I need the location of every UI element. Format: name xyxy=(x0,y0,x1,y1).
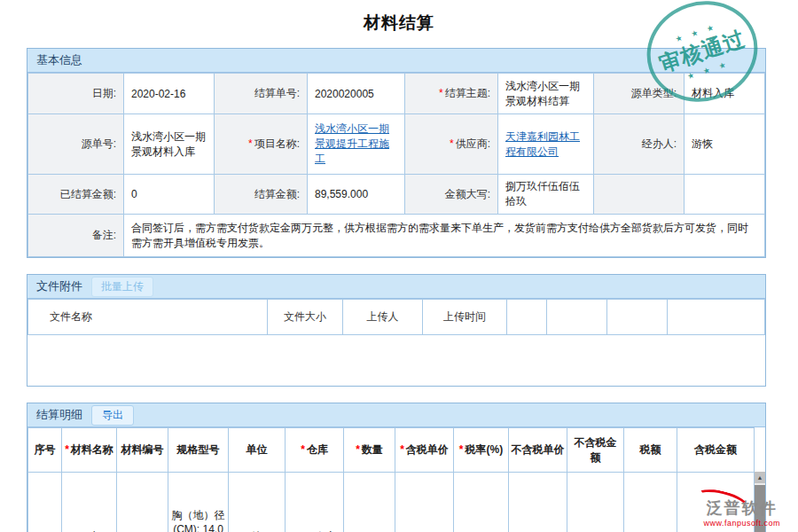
col-header-material-name: *材料名称 xyxy=(62,428,117,473)
required-marker: * xyxy=(400,443,404,456)
batch-upload-button[interactable]: 批量上传 xyxy=(91,277,153,297)
settlement-detail-title: 结算明细 xyxy=(36,407,82,423)
attachments-table: 文件名称 文件大小 上传人 上传时间 xyxy=(27,299,765,335)
attach-col-filesize: 文件大小 xyxy=(268,300,343,335)
cell-spec: 胸（地）径(CM): 14.0 高度(M): 5.0 冠幅(M* xyxy=(168,473,229,532)
field-value-remark: 合同签订后，需方需支付货款定金两万元整，供方根据需方的需求量来下单生产，发货前需… xyxy=(124,215,765,257)
field-value-amount-words: 捌万玖仟伍佰伍拾玖 xyxy=(498,175,594,215)
col-header-tax-amount: 税额 xyxy=(624,428,677,473)
col-header-unit: 单位 xyxy=(229,428,286,473)
col-header-quantity: *数量 xyxy=(344,428,395,473)
cell-warehouse: 一号仓库 xyxy=(286,473,344,532)
field-value-settle-amount: 89,559.000 xyxy=(308,175,405,215)
basic-info-title: 基本信息 xyxy=(36,52,82,68)
settlement-detail-header: 结算明细 导出 xyxy=(27,403,765,427)
required-marker: * xyxy=(248,137,253,150)
field-label-settle-subject: *结算主题: xyxy=(405,74,498,114)
col-header-material-code: 材料编号 xyxy=(117,428,168,473)
basic-info-header: 基本信息 xyxy=(27,49,765,73)
field-value-source-no: 浅水湾小区一期景观材料入库 xyxy=(124,114,215,175)
col-header-spec: 规格型号 xyxy=(168,428,229,473)
vendor-logo-name: 泛普软件 xyxy=(703,497,780,519)
field-label-settle-amount: 结算金额: xyxy=(215,175,308,215)
col-header-total-with-tax: 含税金额 xyxy=(677,428,755,473)
attachments-header: 文件附件 批量上传 xyxy=(27,275,765,299)
col-header-warehouse: *仓库 xyxy=(286,428,344,473)
attach-col-empty xyxy=(547,300,607,335)
cell-no-tax-amount: 810.26 xyxy=(567,473,624,532)
attach-col-empty xyxy=(607,300,668,335)
detail-table-row: 1 稠李 胸（地）径(CM): 14.0 高度(M): 5.0 冠幅(M* 株 … xyxy=(28,473,755,532)
field-value-handler: 游恢 xyxy=(685,114,765,175)
basic-info-section: 基本信息 日期: 2020-02-16 结算单号: 2020020005 *结算… xyxy=(27,48,766,258)
vendor-logo: 泛普软件 www.fanpusoft.com xyxy=(703,497,780,528)
cell-tax-amount xyxy=(624,473,677,532)
attach-col-uploadtime: 上传时间 xyxy=(423,300,507,335)
attach-col-filename: 文件名称 xyxy=(28,300,268,335)
field-value-source-type: 材料入库 xyxy=(685,74,765,114)
page-title: 材料结算 xyxy=(0,0,798,48)
field-value-project-name: 浅水湾小区一期景观提升工程施工 xyxy=(308,114,405,175)
field-value-settle-subject: 浅水湾小区一期景观材料结算 xyxy=(498,74,594,114)
basic-info-table: 日期: 2020-02-16 结算单号: 2020020005 *结算主题: 浅… xyxy=(27,73,765,257)
cell-quantity: 12.00 xyxy=(344,473,395,532)
field-label-settled-amount: 已结算金额: xyxy=(28,175,124,215)
settlement-detail-table: 序号 *材料名称 材料编号 规格型号 单位 *仓库 *数量 *含税单价 *税率(… xyxy=(27,427,755,532)
attachments-title: 文件附件 xyxy=(36,278,82,294)
field-value-date: 2020-02-16 xyxy=(124,74,215,114)
field-value-settled-amount: 0 xyxy=(124,175,215,215)
required-marker: * xyxy=(450,137,454,150)
cell-material-code xyxy=(117,473,168,532)
field-label-settle-no: 结算单号: xyxy=(215,74,308,114)
attachments-section: 文件附件 批量上传 文件名称 文件大小 上传人 上传时间 xyxy=(27,274,766,387)
cell-tax-price: 79.00 xyxy=(395,473,454,532)
export-button[interactable]: 导出 xyxy=(91,405,134,426)
cell-unit: 株 xyxy=(229,473,286,532)
field-label-source-no: 源单号: xyxy=(28,114,124,175)
field-value-supplier: 天津嘉利园林工程有限公司 xyxy=(498,114,594,175)
attach-col-empty xyxy=(668,300,765,335)
col-header-no-tax-amount: 不含税金额 xyxy=(567,428,624,473)
field-value-empty xyxy=(685,175,765,215)
required-marker: * xyxy=(65,443,69,456)
settlement-detail-section: 结算明细 导出 序号 *材料名称 材料编号 规格型号 单位 *仓库 xyxy=(27,403,766,532)
field-label-date: 日期: xyxy=(28,74,124,114)
cell-no-tax-price: 67.52 xyxy=(509,473,567,532)
field-label-empty xyxy=(594,175,685,215)
col-header-tax-rate: *税率(%) xyxy=(454,428,509,473)
supplier-link[interactable]: 天津嘉利园林工程有限公司 xyxy=(505,130,580,158)
required-marker: * xyxy=(439,87,443,99)
cell-seq: 1 xyxy=(28,473,62,532)
attachments-empty-area xyxy=(27,335,765,386)
col-header-no-tax-price: 不含税单价 xyxy=(509,428,567,473)
field-label-amount-words: 金额大写: xyxy=(405,175,498,215)
field-label-remark: 备注: xyxy=(28,215,124,257)
vendor-logo-url: www.fanpusoft.com xyxy=(703,519,780,528)
required-marker: * xyxy=(356,443,360,456)
detail-table-wrap: 序号 *材料名称 材料编号 规格型号 单位 *仓库 *数量 *含税单价 *税率(… xyxy=(27,427,765,532)
field-value-settle-no: 2020020005 xyxy=(308,74,405,114)
field-label-supplier: *供应商: xyxy=(405,114,498,175)
field-label-handler: 经办人: xyxy=(594,114,685,175)
col-header-tax-price: *含税单价 xyxy=(395,428,454,473)
cell-tax-rate: 17.00 xyxy=(454,473,509,532)
col-header-seq: 序号 xyxy=(28,428,62,473)
attach-col-uploader: 上传人 xyxy=(343,300,423,335)
scrollbar-up-icon[interactable]: ▲ xyxy=(755,472,765,483)
field-label-project-name: *项目名称: xyxy=(215,114,308,175)
required-marker: * xyxy=(459,443,464,456)
attach-col-empty xyxy=(507,300,547,335)
field-label-source-type: 源单类型: xyxy=(594,74,685,114)
required-marker: * xyxy=(301,443,305,456)
main-content: 基本信息 日期: 2020-02-16 结算单号: 2020020005 *结算… xyxy=(27,48,766,532)
cell-material-name: 稠李 xyxy=(62,473,117,532)
project-name-link[interactable]: 浅水湾小区一期景观提升工程施工 xyxy=(315,122,389,165)
